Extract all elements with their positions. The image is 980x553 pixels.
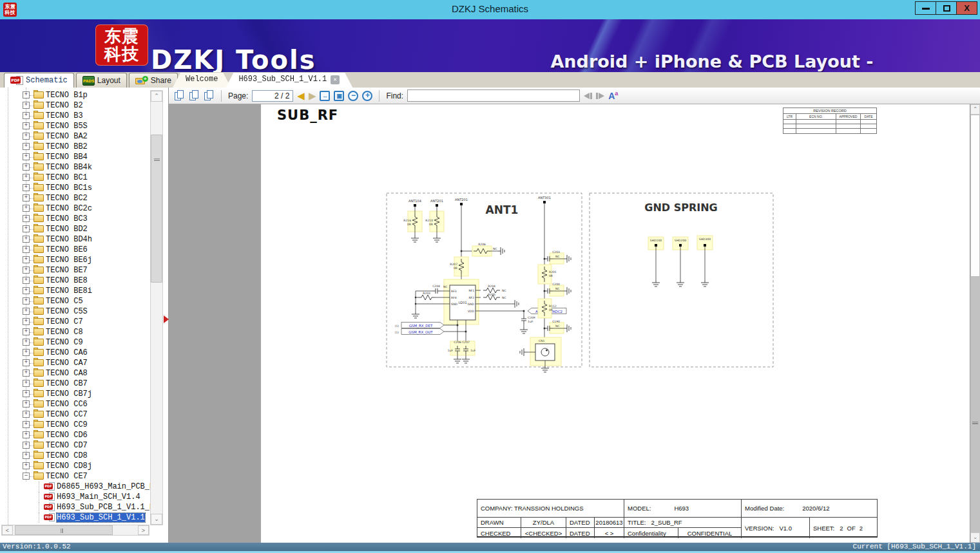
tree-folder-tecno-cd8[interactable]: +TECNO CD8 [0,451,150,461]
expand-icon[interactable]: + [23,215,30,222]
next-page-button[interactable]: ▶ [309,91,316,100]
tree-folder-tecno-ca8[interactable]: +TECNO CA8 [0,368,150,379]
find-input[interactable] [407,89,580,102]
expand-icon[interactable]: + [23,91,30,98]
expand-icon[interactable]: + [23,297,30,305]
expand-icon[interactable]: + [23,184,30,191]
tree-folder-tecno-bd4h[interactable]: +TECNO BD4h [0,234,150,245]
expand-icon[interactable]: + [23,287,30,294]
tree-file-h693_sub_pcb_1_v1.1_place[interactable]: PDFH693_Sub_PCB_1_V1.1_Place [0,502,150,512]
expand-icon[interactable]: + [23,112,30,119]
expand-icon[interactable]: + [23,421,30,428]
zoom-in-button[interactable]: + [362,91,372,101]
tree-folder-tecno-be7[interactable]: +TECNO BE7 [0,265,150,276]
viewer-scroll-down-icon[interactable]: ⌄ [970,532,980,543]
tree-folder-tecno-bd2[interactable]: +TECNO BD2 [0,224,150,234]
tree-folder-tecno-c7[interactable]: +TECNO C7 [0,317,150,327]
tree-folder-tecno-b3[interactable]: +TECNO B3 [0,111,150,121]
page-number-input[interactable]: 2 / 2 [252,90,293,102]
expand-icon[interactable]: + [23,308,30,315]
expand-icon[interactable]: + [23,153,30,160]
tree-file-h693_main_sch_v1.4[interactable]: PDFH693_Main_SCH_V1.4 [0,492,150,502]
expand-icon[interactable]: + [23,194,30,202]
tree-folder-tecno-b2[interactable]: +TECNO B2 [0,100,150,111]
tree-folder-tecno-cc9[interactable]: +TECNO CC9 [0,420,150,430]
expand-icon[interactable]: + [23,102,30,109]
expand-icon[interactable]: + [23,256,30,263]
scroll-up-icon[interactable]: ⌃ [151,91,162,102]
tree-folder-tecno-ca7[interactable]: +TECNO CA7 [0,358,150,368]
expand-icon[interactable]: + [23,452,30,459]
expand-icon[interactable]: + [23,359,30,366]
tree-file-d6865_h693_main_pcb_place[interactable]: PDFD6865_H693_Main_PCB_Place [0,482,150,492]
doc-tab-document[interactable]: H693_Sub_SCH_1_V1.1 ✕ [226,73,352,88]
expand-icon[interactable]: + [23,267,30,274]
expand-icon[interactable]: + [23,370,30,377]
tree-folder-tecno-bc1[interactable]: +TECNO BC1 [0,173,150,183]
sidebar-collapse-arrow[interactable] [164,315,169,323]
tree-folder-tecno-c5[interactable]: +TECNO C5 [0,296,150,306]
tree-folder-tecno-b5s[interactable]: +TECNO B5S [0,121,150,131]
expand-icon[interactable]: + [23,400,30,408]
expand-icon[interactable]: + [23,236,30,243]
scroll-down-icon[interactable]: ⌄ [151,514,162,525]
fit-page-button[interactable]: ▣ [334,91,344,101]
tree-folder-tecno-bc2[interactable]: +TECNO BC2 [0,193,150,203]
tree-folder-tecno-b1p[interactable]: +TECNO B1p [0,90,150,100]
tree-folder-tecno-cd6[interactable]: +TECNO CD6 [0,430,150,440]
tree-folder-tecno-bb2[interactable]: +TECNO BB2 [0,142,150,152]
sidebar-vertical-scrollbar[interactable]: ⌃ ⌄ [150,90,163,525]
close-button[interactable]: X [956,1,977,15]
tree-folder-tecno-c5s[interactable]: +TECNO C5S [0,306,150,317]
fit-width-button[interactable]: ↔ [320,91,330,101]
page-layout-icon[interactable] [204,90,215,101]
expand-icon[interactable]: + [23,339,30,346]
expand-icon[interactable]: + [23,133,30,140]
expand-icon[interactable]: + [23,442,30,449]
prev-page-button[interactable]: ◀ [297,91,305,100]
doc-tab-welcome[interactable]: Welcome [173,73,231,88]
expand-icon[interactable]: + [23,318,30,325]
expand-icon[interactable]: + [23,143,30,150]
expand-icon[interactable]: + [23,411,30,418]
expand-icon[interactable]: + [23,380,30,387]
tree-folder-tecno-cc7[interactable]: +TECNO CC7 [0,409,150,420]
viewer-scrollbar-thumb[interactable] [970,115,980,277]
find-next-button[interactable] [596,93,604,99]
maximize-button[interactable] [936,1,957,15]
tree-file-h693_sub_sch_1_v1.1[interactable]: PDFH693_Sub_SCH_1_V1.1 [0,512,150,523]
expand-icon[interactable]: + [23,431,30,438]
tree-folder-tecno-be6j[interactable]: +TECNO BE6j [0,255,150,265]
copy-page-icon[interactable] [174,90,185,101]
tree-folder-tecno-cc6[interactable]: +TECNO CC6 [0,399,150,409]
sidebar-horizontal-scrollbar[interactable]: < > [1,525,149,536]
sidebar-hscrollbar-thumb[interactable] [15,525,113,535]
zoom-out-button[interactable]: − [348,91,358,101]
tree-folder-tecno-be8i[interactable]: +TECNO BE8i [0,286,150,296]
tab-share[interactable]: + Share [129,73,178,88]
multi-page-icon[interactable] [189,90,200,101]
expand-icon[interactable]: + [23,277,30,284]
collapse-icon[interactable]: − [23,473,30,480]
expand-icon[interactable]: + [23,225,30,232]
tree-folder-tecno-bb4k[interactable]: +TECNO BB4k [0,162,150,173]
tree-folder-tecno-c8[interactable]: +TECNO C8 [0,327,150,337]
minimize-button[interactable] [915,1,936,15]
tree-folder-tecno-cb7j[interactable]: +TECNO CB7j [0,389,150,399]
tree-folder-tecno-ce7[interactable]: −TECNO CE7 [0,471,150,482]
tree-folder-tecno-ba2[interactable]: +TECNO BA2 [0,131,150,142]
expand-icon[interactable]: + [23,390,30,397]
tree-folder-tecno-be6[interactable]: +TECNO BE6 [0,245,150,255]
expand-icon[interactable]: + [23,205,30,212]
tree-folder-tecno-cd8j[interactable]: +TECNO CD8j [0,461,150,471]
find-prev-button[interactable] [584,93,592,99]
expand-icon[interactable]: + [23,462,30,469]
tree-folder-tecno-be8[interactable]: +TECNO BE8 [0,276,150,286]
sidebar-scrollbar-thumb[interactable] [151,135,162,283]
close-tab-icon[interactable]: ✕ [331,75,340,84]
scroll-right-icon[interactable]: > [138,525,149,535]
tree-folder-tecno-c9[interactable]: +TECNO C9 [0,337,150,348]
tree-folder-tecno-bc1s[interactable]: +TECNO BC1s [0,183,150,193]
tree-folder-tecno-bb4[interactable]: +TECNO BB4 [0,152,150,162]
tree-folder-tecno-bc3[interactable]: +TECNO BC3 [0,214,150,224]
